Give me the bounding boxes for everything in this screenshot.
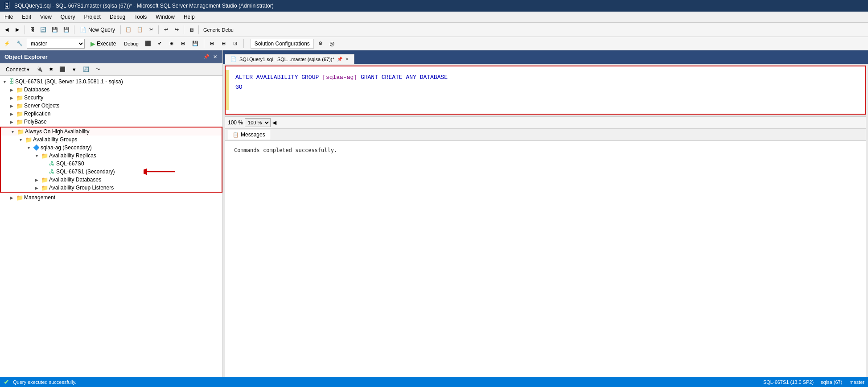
database-selector[interactable]: master	[27, 39, 85, 49]
zoom-left-btn[interactable]: ◀	[272, 119, 276, 126]
cut-btn[interactable]: ✂	[146, 25, 156, 35]
sql-icon-btn[interactable]: ⚡	[2, 39, 12, 49]
polybase-expand-icon[interactable]: ▶	[8, 118, 15, 125]
undo-btn[interactable]: ↩	[161, 25, 171, 35]
debug-btn[interactable]: Debug	[122, 39, 140, 49]
oe-filter-btn[interactable]: ▼	[70, 66, 79, 74]
sqlaa-ag-expand-icon[interactable]: ▾	[25, 144, 32, 151]
stop-btn[interactable]: ⬛	[143, 39, 153, 49]
connect-label: Connect	[6, 66, 26, 73]
sep2	[74, 25, 74, 34]
solution-configs[interactable]: Solution Configurations	[251, 39, 314, 49]
tree-management[interactable]: ▶ 📁 Management	[0, 194, 222, 202]
tree-server[interactable]: ▾ 🗄 SQL-667S1 (SQL Server 13.0.5081.1 - …	[0, 78, 222, 86]
back-btn[interactable]: ◀	[2, 25, 12, 35]
availability-db-expand-icon[interactable]: ▶	[33, 176, 40, 183]
tree-databases[interactable]: ▶ 📁 Databases	[0, 86, 222, 94]
availability-replicas-expand-icon[interactable]: ▾	[33, 152, 40, 159]
code-editor[interactable]: ALTER AVAILABILITY GROUP [sqlaa-ag] GRAN…	[229, 70, 865, 110]
layout1-btn[interactable]: ⊞	[207, 39, 217, 49]
server-objects-label: Server Objects	[24, 103, 59, 109]
messages-tab[interactable]: 📋 Messages	[228, 130, 270, 140]
menu-edit[interactable]: Edit	[17, 12, 36, 21]
paste-btn[interactable]: 📋	[135, 25, 145, 35]
tree-sql667s1[interactable]: 🖧 SQL-667S1 (Secondary)	[1, 168, 222, 176]
tree-availability-groups[interactable]: ▾ 📁 Availability Groups	[1, 136, 222, 144]
oe-stop-btn[interactable]: ⬛	[57, 65, 68, 74]
layout3-btn[interactable]: ⊡	[230, 39, 240, 49]
management-expand-icon[interactable]: ▶	[8, 194, 15, 201]
tree-sqlaa-ag[interactable]: ▾ 🔷 sqlaa-ag (Secondary)	[1, 144, 222, 152]
sep7	[204, 39, 204, 48]
query-editor-container: ALTER AVAILABILITY GROUP [sqlaa-ag] GRAN…	[225, 66, 866, 115]
execute-label: Execute	[97, 41, 116, 47]
execute-btn[interactable]: ▶ Execute	[86, 39, 120, 49]
generic-debu-label: Generic Debu	[203, 27, 234, 33]
ag-listeners-expand-icon[interactable]: ▶	[33, 184, 40, 191]
tab-pin-icon[interactable]: 📌	[337, 57, 342, 62]
check-btn[interactable]: ✔	[155, 39, 165, 49]
tree-security[interactable]: ▶ 📁 Security	[0, 94, 222, 102]
refresh-btn[interactable]: 🔄	[38, 25, 49, 35]
menu-debug[interactable]: Debug	[105, 12, 130, 21]
server-objects-expand-icon[interactable]: ▶	[8, 102, 15, 109]
oe-close-btn[interactable]: ✕	[212, 53, 218, 61]
availability-groups-expand-icon[interactable]: ▾	[17, 136, 24, 143]
oe-activity-btn[interactable]: 〜	[93, 65, 103, 74]
generic-debu-btn[interactable]: Generic Debu	[201, 25, 236, 35]
oe-pin-btn[interactable]: 📌	[202, 53, 210, 61]
query-tab[interactable]: 📄 SQLQuery1.sql - SQL...master (sqlsa (6…	[225, 54, 354, 64]
redo-btn[interactable]: ↪	[172, 25, 181, 35]
monitor-btn[interactable]: 🖥	[186, 25, 196, 35]
new-query-label: New Query	[88, 27, 115, 33]
tab-close-icon[interactable]: ✕	[345, 57, 349, 62]
oe-plug-btn[interactable]: 🔌	[34, 65, 45, 74]
menu-project[interactable]: Project	[80, 12, 105, 21]
availability-groups-label: Availability Groups	[33, 136, 77, 143]
tree-availability-databases[interactable]: ▶ 📁 Availability Databases	[1, 176, 222, 184]
tree-sql667s0[interactable]: 🖧 SQL-667S0	[1, 160, 222, 168]
save3-btn[interactable]: 💾	[190, 39, 201, 49]
menu-file[interactable]: File	[0, 12, 17, 21]
menu-tools[interactable]: Tools	[130, 12, 151, 21]
save2-btn[interactable]: 💾	[61, 25, 72, 35]
security-expand-icon[interactable]: ▶	[8, 94, 15, 101]
databases-expand-icon[interactable]: ▶	[8, 86, 15, 93]
status-db: master	[849, 379, 864, 385]
new-query-btn[interactable]: 📄 New Query	[77, 25, 118, 34]
menu-help[interactable]: Help	[179, 12, 199, 21]
always-on-expand-icon[interactable]: ▾	[9, 128, 16, 135]
copy-btn[interactable]: 📋	[123, 25, 134, 35]
connect-btn[interactable]: Connect ▾	[3, 65, 33, 74]
db-icon-btn[interactable]: 🗄	[27, 25, 37, 35]
tree-availability-replicas[interactable]: ▾ 📁 Availability Replicas	[1, 152, 222, 160]
tree-replication[interactable]: ▶ 📁 Replication	[0, 110, 222, 118]
oe-refresh-btn[interactable]: 🔄	[81, 65, 91, 74]
tree-always-on[interactable]: ▾ 📁 Always On High Availability	[1, 128, 222, 136]
save-btn[interactable]: 💾	[49, 25, 60, 35]
messages-content: Commands completed successfully.	[225, 141, 866, 385]
menu-view[interactable]: View	[36, 12, 56, 21]
replication-expand-icon[interactable]: ▶	[8, 110, 15, 117]
configs-btn1[interactable]: ⚙	[316, 39, 325, 49]
tree-server-objects[interactable]: ▶ 📁 Server Objects	[0, 102, 222, 110]
fwd-btn[interactable]: ▶	[12, 25, 22, 35]
server-label: SQL-667S1 (SQL Server 13.0.5081.1 - sqls…	[15, 78, 123, 85]
oe-disconnect-btn[interactable]: ✖	[47, 65, 55, 74]
tree-ag-listeners[interactable]: ▶ 📁 Availability Group Listeners	[1, 184, 222, 192]
always-on-folder-icon: 📁	[17, 128, 24, 135]
server-expand-icon[interactable]: ▾	[1, 78, 8, 85]
sep1	[25, 25, 25, 34]
menu-query[interactable]: Query	[56, 12, 80, 21]
tab-icon: 📄	[230, 56, 237, 62]
zoom-selector[interactable]: 100 %	[245, 118, 271, 127]
menu-window[interactable]: Window	[151, 12, 179, 21]
layout2-btn[interactable]: ⊟	[219, 39, 229, 49]
availability-db-folder-icon: 📁	[41, 177, 48, 183]
tree-polybase[interactable]: ▶ 📁 PolyBase	[0, 118, 222, 126]
sql-icon2-btn[interactable]: 🔧	[14, 39, 25, 49]
title-bar: 🗄 SQLQuery1.sql - SQL-667S1.master (sqls…	[0, 0, 868, 12]
configs-btn2[interactable]: @	[327, 39, 337, 49]
grid1-btn[interactable]: ⊞	[167, 39, 177, 49]
grid2-btn[interactable]: ⊟	[178, 39, 188, 49]
